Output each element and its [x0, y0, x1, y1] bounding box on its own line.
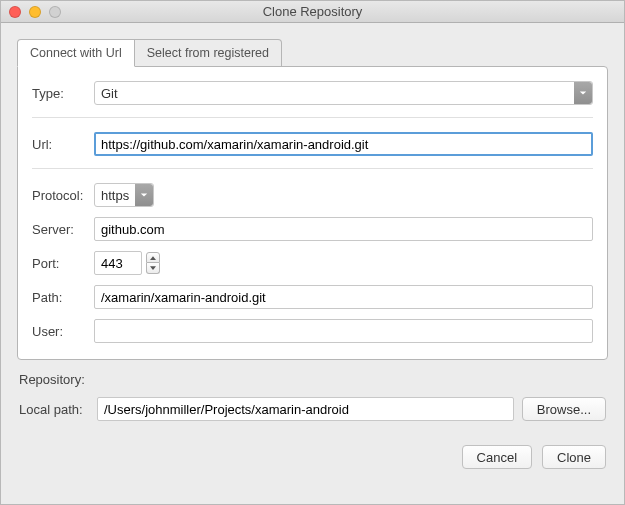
- server-label: Server:: [32, 222, 94, 237]
- chevron-down-icon: [135, 184, 153, 206]
- window-controls: [9, 6, 61, 18]
- type-label: Type:: [32, 86, 94, 101]
- port-label: Port:: [32, 256, 94, 271]
- clone-button[interactable]: Clone: [542, 445, 606, 469]
- protocol-label: Protocol:: [32, 188, 94, 203]
- type-value: Git: [101, 86, 118, 101]
- action-buttons: Cancel Clone: [19, 445, 606, 469]
- minimize-icon[interactable]: [29, 6, 41, 18]
- url-input[interactable]: [94, 132, 593, 156]
- divider: [32, 117, 593, 118]
- titlebar: Clone Repository: [1, 1, 624, 23]
- port-input[interactable]: [94, 251, 142, 275]
- cancel-button[interactable]: Cancel: [462, 445, 532, 469]
- server-input[interactable]: [94, 217, 593, 241]
- dialog-content: Connect with Url Select from registered …: [1, 23, 624, 481]
- path-label: Path:: [32, 290, 94, 305]
- port-stepper[interactable]: [146, 252, 160, 274]
- browse-button[interactable]: Browse...: [522, 397, 606, 421]
- tab-bar: Connect with Url Select from registered: [17, 39, 608, 67]
- local-path-label: Local path:: [19, 402, 97, 417]
- user-input[interactable]: [94, 319, 593, 343]
- path-input[interactable]: [94, 285, 593, 309]
- chevron-down-icon: [574, 82, 592, 104]
- tab-select-registered[interactable]: Select from registered: [135, 39, 282, 67]
- close-icon[interactable]: [9, 6, 21, 18]
- protocol-value: https: [101, 188, 129, 203]
- protocol-select[interactable]: https: [94, 183, 154, 207]
- url-label: Url:: [32, 137, 94, 152]
- tab-connect-url[interactable]: Connect with Url: [17, 39, 135, 67]
- stepper-up-icon[interactable]: [146, 252, 160, 263]
- zoom-icon: [49, 6, 61, 18]
- repository-label: Repository:: [19, 372, 606, 387]
- local-path-input[interactable]: [97, 397, 514, 421]
- clone-repository-dialog: Clone Repository Connect with Url Select…: [0, 0, 625, 505]
- divider: [32, 168, 593, 169]
- bottom-section: Repository: Local path: Browse... Cancel…: [17, 372, 608, 469]
- connect-panel: Type: Git Url: Protocol: https: [17, 66, 608, 360]
- type-select[interactable]: Git: [94, 81, 593, 105]
- stepper-down-icon[interactable]: [146, 263, 160, 274]
- window-title: Clone Repository: [1, 4, 624, 19]
- user-label: User:: [32, 324, 94, 339]
